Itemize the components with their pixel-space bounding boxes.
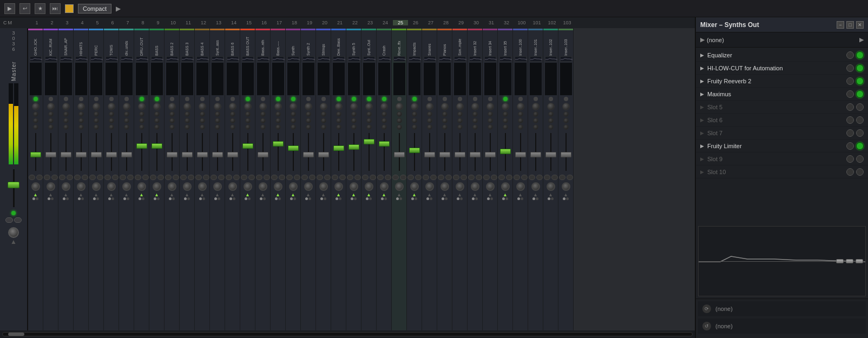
channel-fader-handle-20[interactable]	[318, 152, 329, 157]
channel-route-btn-101-0[interactable]	[529, 175, 535, 180]
channel-bottom-knob-1[interactable]	[31, 182, 40, 191]
channel-route-btn-13-0[interactable]	[211, 175, 217, 180]
channel-fader-handle-5[interactable]	[91, 152, 102, 157]
channel-route-btn-5-0[interactable]	[89, 175, 96, 180]
channel-tiny-knob-101-1[interactable]	[533, 118, 538, 123]
channel-route-btn-102-0[interactable]	[544, 175, 550, 180]
channel-fader-handle-6[interactable]	[106, 152, 117, 157]
channel-bottom-knob-27[interactable]	[425, 182, 434, 191]
channel-fader-handle-19[interactable]	[303, 152, 314, 157]
channel-route-btn-20-1[interactable]	[324, 175, 331, 180]
fx-slot-toggle-1-4[interactable]	[846, 90, 854, 98]
channel-tiny-knob-20-2[interactable]	[321, 124, 326, 130]
channel-bottom-knob-103[interactable]	[562, 182, 570, 191]
channel-bottom-knob-10[interactable]	[168, 182, 176, 191]
channel-fader-handle-4[interactable]	[76, 152, 87, 157]
channel-enable-29[interactable]	[458, 97, 462, 101]
master-bottom-tri[interactable]: ▲	[8, 238, 19, 246]
fx-slot-1[interactable]: ▶Equalizer	[696, 49, 868, 62]
channel-route-arrow-9[interactable]: ▲	[154, 192, 159, 197]
fx-slot-toggle-1-7[interactable]	[846, 129, 854, 137]
channel-strip-11[interactable]: BASS 3▲	[180, 28, 195, 330]
channel-route-btn-29-1[interactable]	[461, 175, 467, 180]
channel-tiny-knob-13-1[interactable]	[215, 118, 220, 123]
fx-slot-6[interactable]: ▶Slot 6	[696, 114, 868, 127]
channel-route-btn-17-1[interactable]	[279, 175, 285, 180]
channel-tiny-knob-20-1[interactable]	[321, 118, 326, 123]
channel-fader-handle-18[interactable]	[288, 145, 299, 151]
channel-route-arrow-23[interactable]: ▲	[366, 192, 371, 197]
channel-route-btn-31-0[interactable]	[483, 175, 490, 180]
channel-fader-handle-11[interactable]	[182, 152, 193, 157]
channel-enable-103[interactable]	[564, 97, 568, 101]
channel-route-btn-30-0[interactable]	[468, 175, 475, 180]
channel-route-btn-4-1[interactable]	[82, 175, 88, 180]
channel-tiny-knob-2-1[interactable]	[48, 118, 54, 123]
channel-route-arrow-31[interactable]: ▲	[488, 192, 492, 197]
channel-knob-28[interactable]	[441, 103, 449, 110]
channel-fader-handle-10[interactable]	[167, 152, 177, 157]
channel-route-arrow-103[interactable]: ▲	[563, 192, 568, 197]
channel-enable-6[interactable]	[109, 97, 114, 101]
channel-route-arrow-1[interactable]: ▲	[33, 192, 38, 197]
channel-enable-32[interactable]	[503, 97, 508, 101]
channel-knob-20[interactable]	[320, 103, 327, 110]
channel-route-btn-24-0[interactable]	[377, 175, 384, 180]
channel-bottom-knob-3[interactable]	[62, 182, 70, 191]
channel-strip-27[interactable]: Snares▲	[422, 28, 437, 330]
channel-route-btn-26-1[interactable]	[415, 175, 422, 180]
channel-strip-4[interactable]: HIHATS▲	[74, 28, 89, 330]
channel-tiny-knob-10-0[interactable]	[169, 111, 175, 117]
channel-fader-handle-8[interactable]	[136, 143, 147, 149]
channel-knob-18[interactable]	[290, 103, 297, 110]
fx-slot-toggle-2-8[interactable]	[856, 142, 864, 150]
channel-route-btn-10-0[interactable]	[165, 175, 172, 180]
master-route-btn-1[interactable]	[5, 217, 13, 223]
channel-strip-30[interactable]: Insert 32▲	[468, 28, 483, 330]
channel-knob-15[interactable]	[244, 103, 252, 110]
channel-tiny-knob-22-1[interactable]	[351, 118, 357, 123]
channel-bottom-knob-9[interactable]	[153, 182, 161, 191]
channel-strip-22[interactable]: Synth 5▲	[346, 28, 361, 330]
channel-tiny-knob-1-1[interactable]	[33, 118, 38, 123]
channel-route-arrow-5[interactable]: ▲	[94, 192, 98, 197]
channel-tiny-knob-100-0[interactable]	[518, 111, 523, 117]
channel-route-btn-103-1[interactable]	[567, 175, 573, 180]
channel-route-arrow-14[interactable]: ▲	[230, 192, 235, 197]
channel-tiny-knob-4-0[interactable]	[78, 111, 84, 117]
channel-route-arrow-100[interactable]: ▲	[518, 192, 523, 197]
channel-route-arrow-6[interactable]: ▲	[109, 192, 114, 197]
channel-enable-101[interactable]	[534, 97, 538, 101]
channel-tiny-knob-29-2[interactable]	[457, 124, 463, 130]
channel-tiny-knob-17-2[interactable]	[275, 124, 281, 130]
channel-route-btn-4-0[interactable]	[74, 175, 81, 180]
channel-route-arrow-20[interactable]: ▲	[321, 192, 326, 197]
channel-strip-7[interactable]: div..unds▲	[119, 28, 134, 330]
channel-route-btn-23-1[interactable]	[370, 175, 376, 180]
fx-slot-8[interactable]: ▶Fruity Limiter	[696, 140, 868, 153]
channel-route-btn-100-1[interactable]	[521, 175, 528, 180]
channel-tiny-knob-1-0[interactable]	[33, 111, 38, 117]
channel-bottom-knob-2[interactable]	[47, 182, 55, 191]
channel-bottom-knob-11[interactable]	[183, 182, 192, 191]
channel-bottom-knob-5[interactable]	[92, 182, 101, 191]
channel-tiny-knob-8-1[interactable]	[139, 118, 144, 123]
channel-tiny-knob-11-2[interactable]	[185, 124, 190, 130]
fx-slot-toggle-1-6[interactable]	[846, 116, 854, 124]
channel-route-btn-19-0[interactable]	[301, 175, 308, 180]
channel-bottom-knob-15[interactable]	[244, 182, 252, 191]
channel-bottom-knob-101[interactable]	[531, 182, 540, 191]
channel-tiny-knob-7-2[interactable]	[124, 124, 129, 130]
channel-tiny-knob-101-2[interactable]	[533, 124, 538, 130]
channel-route-arrow-26[interactable]: ▲	[412, 192, 417, 197]
channel-tiny-knob-31-0[interactable]	[488, 111, 493, 117]
channel-route-btn-23-0[interactable]	[362, 175, 369, 180]
channel-tiny-knob-27-2[interactable]	[427, 124, 432, 130]
channel-fader-handle-16[interactable]	[258, 152, 268, 157]
channel-route-btn-7-1[interactable]	[127, 175, 134, 180]
channel-tiny-knob-32-0[interactable]	[503, 111, 508, 117]
channel-route-btn-14-1[interactable]	[233, 175, 240, 180]
channel-enable-3[interactable]	[64, 97, 68, 101]
channel-enable-9[interactable]	[155, 97, 159, 101]
channel-bottom-knob-8[interactable]	[137, 182, 146, 191]
